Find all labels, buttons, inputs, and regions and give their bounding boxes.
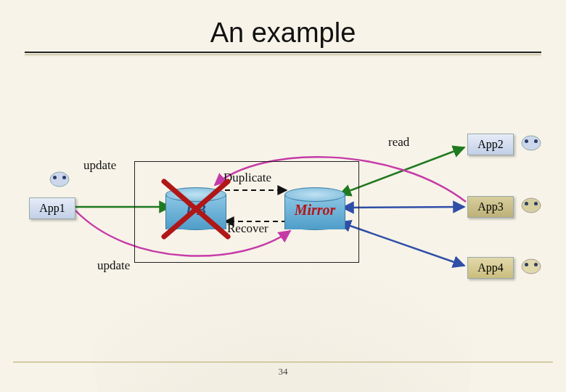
app2-box: App2 — [467, 134, 514, 155]
footer-rule — [13, 362, 553, 363]
face-icon — [521, 197, 541, 213]
slide-title: An example — [17, 17, 549, 49]
svg-point-4 — [522, 198, 541, 213]
page-number: 34 — [0, 366, 566, 377]
app4-box: App4 — [467, 257, 514, 279]
app2-label: App2 — [477, 138, 504, 150]
db-mirror-label: Mirror — [284, 202, 345, 219]
title-rule — [25, 52, 541, 53]
svg-point-2 — [50, 172, 69, 187]
face-icon — [521, 258, 541, 274]
svg-point-5 — [522, 259, 541, 274]
app1-label: App1 — [39, 202, 65, 214]
face-icon — [49, 171, 70, 187]
label-update-bottom: update — [97, 258, 130, 273]
db-mirror: Mirror — [284, 187, 345, 229]
label-update-top: update — [83, 158, 116, 173]
app1-box: App1 — [29, 197, 75, 219]
cross-icon — [158, 176, 234, 242]
face-icon — [521, 135, 541, 151]
app4-label: App4 — [477, 261, 504, 274]
svg-point-3 — [522, 136, 541, 150]
slide: An example — [0, 0, 566, 392]
app3-box: App3 — [467, 196, 514, 218]
label-read: read — [388, 135, 409, 150]
app3-label: App3 — [477, 200, 504, 213]
arrow-app3-mirror — [343, 207, 464, 208]
